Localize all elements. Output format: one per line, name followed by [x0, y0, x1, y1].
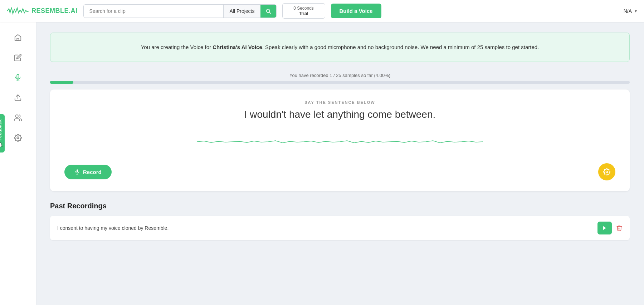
past-recordings-title: Past Recordings	[50, 202, 630, 210]
list-item: I consent to having my voice cloned by R…	[50, 216, 630, 240]
users-icon	[14, 114, 22, 122]
build-voice-button[interactable]: Build a Voice	[331, 4, 381, 18]
recording-item-actions	[597, 222, 623, 234]
record-label: Record	[83, 169, 102, 175]
progress-bar-fill	[50, 81, 73, 84]
gear-icon	[14, 134, 22, 142]
svg-rect-9	[77, 169, 78, 172]
logo-area: RESEMBLE.AI	[7, 6, 78, 16]
svg-marker-13	[603, 226, 606, 230]
progress-label: You have recorded 1 / 25 samples so far …	[50, 73, 630, 78]
record-button[interactable]: Record	[64, 165, 112, 179]
feedback-label: Feedback	[0, 119, 3, 140]
feedback-tab[interactable]: 💬 Feedback	[0, 114, 5, 152]
recording-card: SAY THE SENTENCE BELOW I wouldn't have l…	[50, 89, 630, 191]
settings-icon	[603, 168, 610, 175]
trash-icon	[616, 225, 623, 231]
search-button[interactable]	[260, 5, 276, 18]
play-button[interactable]	[597, 222, 612, 234]
microphone-icon	[14, 74, 22, 82]
past-recordings-section: Past Recordings I consent to having my v…	[50, 202, 630, 240]
card-footer: Record	[64, 163, 615, 180]
info-banner: You are creating the Voice for Christina…	[50, 33, 630, 62]
sentence-text: I wouldn't have let anything come betwee…	[64, 109, 615, 120]
sidebar-item-settings[interactable]	[6, 129, 29, 146]
home-icon	[14, 34, 22, 42]
logo-wave-icon	[7, 6, 29, 16]
sidebar-item-home[interactable]	[6, 29, 29, 46]
trial-seconds: 0 Seconds	[293, 6, 314, 11]
microphone-record-icon	[74, 169, 80, 175]
sidebar-item-edit[interactable]	[6, 49, 29, 66]
na-label: N/A	[624, 8, 632, 14]
banner-text-before: You are creating the Voice for	[141, 44, 213, 50]
edit-icon	[14, 54, 22, 62]
app-body: 💬 Feedback You are creating the Voice fo…	[0, 22, 644, 305]
sidebar-item-microphone[interactable]	[6, 69, 29, 86]
banner-text-after: . Speak clearly with a good microphone a…	[262, 44, 539, 50]
upload-icon	[14, 94, 22, 102]
trial-label: Trial	[299, 11, 308, 16]
say-label: SAY THE SENTENCE BELOW	[64, 100, 615, 105]
search-bar: All Projects	[83, 4, 277, 18]
progress-bar-container	[50, 81, 630, 84]
header-right: N/A ▾	[624, 8, 637, 14]
svg-rect-3	[17, 74, 19, 78]
feedback-icon: 💬	[0, 142, 3, 148]
logo-text: RESEMBLE.AI	[31, 7, 78, 15]
projects-label: All Projects	[229, 8, 254, 14]
svg-line-1	[269, 12, 271, 14]
main-content: You are creating the Voice for Christina…	[36, 22, 644, 305]
svg-point-12	[606, 171, 608, 173]
banner-voice-name: Christina's AI Voice	[213, 44, 262, 50]
sidebar-item-upload[interactable]	[6, 89, 29, 106]
sidebar	[0, 22, 36, 305]
search-input[interactable]	[84, 5, 224, 18]
waveform-area	[64, 131, 615, 152]
sidebar-item-users[interactable]	[6, 109, 29, 126]
projects-filter-button[interactable]: All Projects	[223, 5, 260, 18]
chevron-down-icon[interactable]: ▾	[635, 9, 637, 14]
svg-rect-2	[17, 38, 19, 40]
play-icon	[602, 226, 607, 231]
svg-point-8	[17, 137, 19, 139]
delete-button[interactable]	[616, 225, 623, 231]
trial-box: 0 Seconds Trial	[282, 3, 325, 19]
progress-section: You have recorded 1 / 25 samples so far …	[50, 73, 630, 84]
header: RESEMBLE.AI All Projects 0 Seconds Trial…	[0, 0, 644, 22]
svg-point-7	[16, 115, 18, 117]
recording-item-text: I consent to having my voice cloned by R…	[57, 225, 169, 231]
waveform-svg	[64, 131, 615, 152]
recording-settings-button[interactable]	[598, 163, 615, 180]
search-icon	[265, 8, 271, 14]
